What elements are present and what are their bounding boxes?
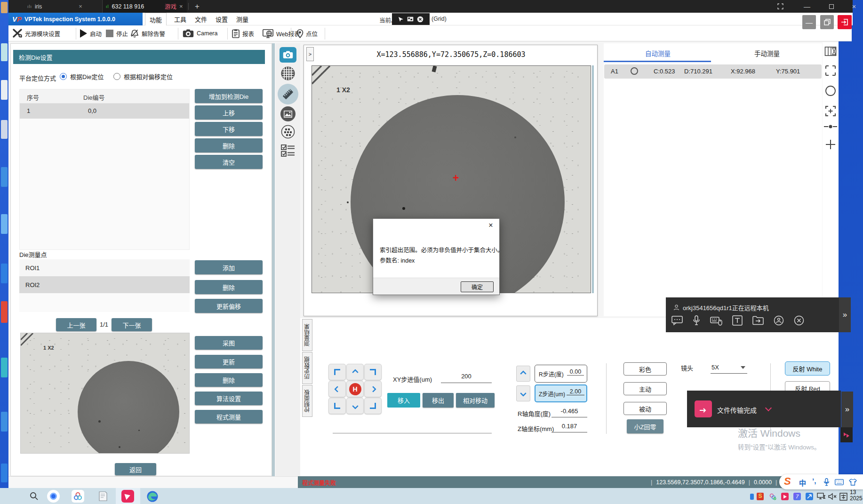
file-transfer-icon[interactable] — [752, 315, 764, 326]
measurement-row[interactable]: A1 C:0.523 D:710.291 X:92.968 Y:75.901 — [604, 64, 822, 79]
tray-volume-muted-icon[interactable] — [828, 493, 837, 500]
start-button[interactable]: 启动 — [80, 25, 102, 41]
ime-mic-icon[interactable] — [823, 478, 830, 486]
menu-function[interactable]: 功能 — [145, 13, 167, 25]
back-button[interactable]: 返回 — [115, 463, 156, 475]
move-down-left-button[interactable] — [328, 398, 346, 414]
next-image-button[interactable]: 下一张 — [112, 318, 152, 331]
sogou-logo[interactable]: S — [784, 475, 791, 488]
browser-close-icon[interactable]: × — [846, 0, 862, 13]
taskbar-app-quark[interactable] — [47, 490, 60, 503]
move-up-button[interactable] — [346, 364, 364, 380]
radio-offset-positioning[interactable]: 根据相对偏移定位 — [113, 72, 173, 81]
chat-icon[interactable] — [671, 315, 683, 326]
keyboard-mouse-icon[interactable] — [710, 315, 722, 326]
camera-toolbar-button[interactable]: Camera — [183, 25, 217, 41]
move-up-right-button[interactable] — [364, 364, 382, 380]
prev-image-button[interactable]: 上一张 — [56, 318, 96, 331]
radio-die-positioning[interactable]: 根据Die定位 — [60, 72, 104, 81]
tab-manual-measure[interactable]: 手动测量 — [712, 46, 822, 61]
add-to-die-button[interactable]: 增加到检测Die — [195, 89, 263, 103]
target-tool-button[interactable] — [825, 105, 836, 117]
remote-overlay-expander[interactable]: » — [839, 297, 851, 332]
image-view-button[interactable] — [280, 106, 296, 121]
move-up-button[interactable]: 上移 — [195, 105, 263, 120]
color-mode-button[interactable]: 彩色 — [623, 362, 667, 376]
browser-fullscreen-icon[interactable] — [771, 0, 790, 13]
active-mode-button[interactable]: 主动 — [623, 382, 667, 395]
menu-measure[interactable]: 测量 — [232, 13, 252, 25]
ime-punctuation[interactable]: ’, — [812, 477, 816, 485]
file-transfer-expander[interactable]: » — [841, 392, 853, 427]
r-angle-value[interactable]: -0.465 — [551, 408, 587, 417]
wafer-map-button[interactable] — [280, 124, 296, 139]
app-restore-button[interactable] — [820, 15, 834, 29]
move-in-button[interactable]: 移入 — [387, 393, 420, 408]
move-down-button[interactable] — [346, 398, 364, 414]
ime-keyboard-icon[interactable] — [835, 479, 844, 485]
tab-auto-measure[interactable]: 自动测量 — [604, 46, 712, 61]
tray-clock[interactable]: 13 2025 — [850, 489, 863, 502]
capture-button[interactable]: 采图 — [195, 336, 263, 350]
roi-item-2[interactable]: ROI2 — [19, 276, 190, 293]
microphone-icon[interactable] — [693, 315, 700, 326]
move-right-button[interactable] — [364, 381, 382, 397]
stop-button[interactable]: 停止 — [106, 25, 128, 41]
dialog-close-icon[interactable]: × — [486, 221, 495, 230]
move-down-button[interactable]: 下移 — [195, 122, 263, 136]
delete-image-button[interactable]: 删除 — [195, 373, 263, 387]
roi-item-1[interactable]: ROI1 — [19, 259, 190, 276]
tab-measure-results[interactable]: 测量结果 — [302, 319, 312, 351]
taskbar-app-notepad[interactable] — [96, 490, 109, 503]
z-home-button[interactable]: 小Z回零 — [627, 419, 663, 433]
reflect-white-button[interactable]: 反射 White — [785, 361, 830, 376]
transfer-chevron-icon[interactable] — [765, 405, 772, 411]
dialog-ok-button[interactable]: 确定 — [461, 281, 494, 292]
update-offset-button[interactable]: 更新偏移 — [195, 299, 263, 313]
text-tool-icon[interactable] — [732, 315, 743, 326]
new-tab-button[interactable]: + — [191, 0, 203, 13]
refresh-button[interactable]: 更新 — [195, 355, 263, 368]
move-relative-button[interactable]: 相对移动 — [456, 393, 495, 408]
move-up-left-button[interactable] — [328, 364, 346, 380]
move-out-button[interactable]: 移出 — [423, 393, 454, 408]
app-minimize-button[interactable]: — — [802, 15, 816, 29]
notification-flag-anchor[interactable] — [840, 427, 853, 442]
delete-die-button[interactable]: 删除 — [195, 138, 263, 152]
r-step-up-button[interactable] — [516, 366, 530, 382]
browser-minimize-icon[interactable]: — — [797, 0, 817, 13]
report-button[interactable]: 报表 — [232, 25, 254, 41]
add-roi-button[interactable]: 添加 — [195, 260, 263, 274]
tray-ime-icon[interactable] — [839, 493, 847, 501]
close-session-icon[interactable] — [794, 315, 804, 326]
camera-view-button[interactable] — [280, 47, 296, 63]
tray-circles-icon[interactable] — [769, 493, 776, 500]
camera-scrollbar[interactable] — [592, 65, 594, 293]
menu-file[interactable]: 文件 — [191, 13, 211, 25]
z-step-input[interactable]: 2.00 — [567, 388, 584, 395]
menu-settings[interactable]: 设置 — [212, 13, 232, 25]
tray-network-icon[interactable] — [817, 493, 826, 500]
circle-tool-button[interactable] — [825, 85, 836, 96]
taskbar-app-edge[interactable] — [146, 490, 159, 503]
panel-divider[interactable] — [272, 43, 275, 476]
taskbar-app-active[interactable] — [121, 490, 134, 503]
die-table-row[interactable]: 1 0,0 — [20, 104, 189, 119]
tray-meeting-icon[interactable] — [806, 493, 813, 500]
r-step-input[interactable]: 0.00 — [567, 368, 584, 376]
z-step-down-button[interactable] — [516, 385, 530, 401]
close-circle-icon[interactable] — [417, 16, 424, 23]
lens-dropdown[interactable]: 5X — [711, 362, 747, 374]
fit-view-button[interactable] — [825, 65, 836, 76]
taskbar-app-colorful[interactable] — [72, 490, 84, 503]
light-source-button[interactable]: 光源模块设置 — [12, 25, 60, 41]
clear-alarm-button[interactable]: 解除告警 — [130, 25, 165, 41]
delete-roi-button[interactable]: 删除 — [195, 280, 263, 294]
ime-mode-chinese[interactable]: 中 — [799, 478, 806, 488]
web-report-button[interactable]: Web报表 — [263, 25, 300, 41]
algorithm-settings-button[interactable]: 算法设置 — [195, 392, 263, 405]
tray-sogou-icon[interactable]: S — [757, 493, 764, 500]
remote-mini-toolbar[interactable] — [392, 13, 430, 25]
program-measure-button[interactable]: 程式测量 — [195, 410, 263, 424]
tab-history-data[interactable]: 历史数据 — [302, 352, 312, 384]
